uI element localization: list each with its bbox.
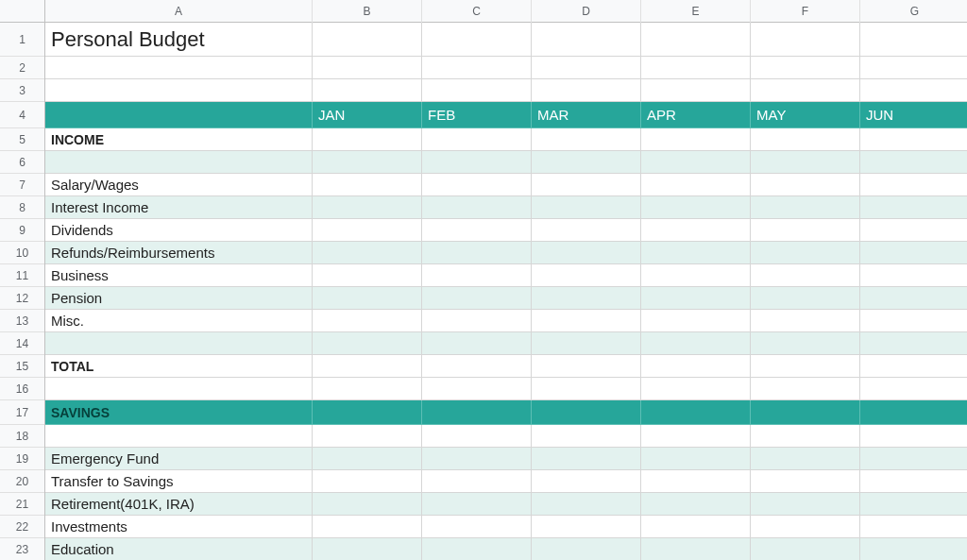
- column-header-G[interactable]: G: [860, 0, 967, 23]
- cell-D19[interactable]: [532, 448, 641, 470]
- cell-G21[interactable]: [860, 493, 967, 516]
- cell-D21[interactable]: [532, 493, 641, 516]
- cell-G3[interactable]: [860, 79, 967, 102]
- cell-B3[interactable]: [313, 79, 422, 102]
- cell-B4[interactable]: JAN: [313, 102, 422, 128]
- cell-F11[interactable]: [751, 264, 860, 287]
- cell-F8[interactable]: [751, 196, 860, 219]
- cell-F20[interactable]: [751, 470, 860, 493]
- cell-D9[interactable]: [532, 219, 641, 242]
- cell-E18[interactable]: [641, 425, 751, 448]
- cell-grid[interactable]: Personal BudgetJANFEBMARAPRMAYJUNINCOMES…: [45, 23, 967, 560]
- cell-F21[interactable]: [751, 493, 860, 516]
- cell-A12[interactable]: Pension: [45, 287, 313, 310]
- cell-F13[interactable]: [751, 310, 860, 332]
- cell-F12[interactable]: [751, 287, 860, 310]
- cell-D7[interactable]: [532, 174, 641, 196]
- cell-E15[interactable]: [641, 355, 751, 378]
- cell-A11[interactable]: Business: [45, 264, 313, 287]
- row-header-23[interactable]: 23: [0, 538, 44, 560]
- cell-C6[interactable]: [422, 151, 532, 174]
- column-header-D[interactable]: D: [532, 0, 641, 23]
- cell-C1[interactable]: [422, 23, 532, 57]
- cell-A5[interactable]: INCOME: [45, 128, 313, 151]
- cell-B12[interactable]: [313, 287, 422, 310]
- cell-F14[interactable]: [751, 332, 860, 355]
- cell-D22[interactable]: [532, 516, 641, 538]
- cell-E16[interactable]: [641, 378, 751, 400]
- cell-A14[interactable]: [45, 332, 313, 355]
- cell-A6[interactable]: [45, 151, 313, 174]
- row-header-5[interactable]: 5: [0, 128, 44, 151]
- cell-A7[interactable]: Salary/Wages: [45, 174, 313, 196]
- cell-F23[interactable]: [751, 538, 860, 560]
- cell-B17[interactable]: [313, 400, 422, 425]
- cell-G6[interactable]: [860, 151, 967, 174]
- cell-C19[interactable]: [422, 448, 532, 470]
- row-header-13[interactable]: 13: [0, 310, 44, 332]
- row-header-20[interactable]: 20: [0, 470, 44, 493]
- cell-D5[interactable]: [532, 128, 641, 151]
- cell-D4[interactable]: MAR: [532, 102, 641, 128]
- cell-F4[interactable]: MAY: [751, 102, 860, 128]
- cell-D16[interactable]: [532, 378, 641, 400]
- cell-G1[interactable]: [860, 23, 967, 57]
- cell-E23[interactable]: [641, 538, 751, 560]
- cell-C5[interactable]: [422, 128, 532, 151]
- cell-F22[interactable]: [751, 516, 860, 538]
- cell-B5[interactable]: [313, 128, 422, 151]
- row-header-7[interactable]: 7: [0, 174, 44, 196]
- cell-C16[interactable]: [422, 378, 532, 400]
- cell-F15[interactable]: [751, 355, 860, 378]
- cell-E17[interactable]: [641, 400, 751, 425]
- cell-F5[interactable]: [751, 128, 860, 151]
- cell-C14[interactable]: [422, 332, 532, 355]
- row-header-22[interactable]: 22: [0, 516, 44, 538]
- cell-A16[interactable]: [45, 378, 313, 400]
- cell-E7[interactable]: [641, 174, 751, 196]
- cell-A18[interactable]: [45, 425, 313, 448]
- cell-E13[interactable]: [641, 310, 751, 332]
- row-header-11[interactable]: 11: [0, 264, 44, 287]
- cell-G16[interactable]: [860, 378, 967, 400]
- cell-D1[interactable]: [532, 23, 641, 57]
- column-header-F[interactable]: F: [751, 0, 860, 23]
- cell-F10[interactable]: [751, 242, 860, 264]
- cell-B23[interactable]: [313, 538, 422, 560]
- cell-B10[interactable]: [313, 242, 422, 264]
- cell-D8[interactable]: [532, 196, 641, 219]
- cell-C2[interactable]: [422, 57, 532, 79]
- cell-F1[interactable]: [751, 23, 860, 57]
- cell-D13[interactable]: [532, 310, 641, 332]
- cell-C4[interactable]: FEB: [422, 102, 532, 128]
- cell-B21[interactable]: [313, 493, 422, 516]
- cell-E8[interactable]: [641, 196, 751, 219]
- cell-D3[interactable]: [532, 79, 641, 102]
- cell-D15[interactable]: [532, 355, 641, 378]
- cell-G9[interactable]: [860, 219, 967, 242]
- cell-G2[interactable]: [860, 57, 967, 79]
- cell-G18[interactable]: [860, 425, 967, 448]
- cell-A17[interactable]: SAVINGS: [45, 400, 313, 425]
- cell-E11[interactable]: [641, 264, 751, 287]
- cell-G4[interactable]: JUN: [860, 102, 967, 128]
- column-header-B[interactable]: B: [313, 0, 422, 23]
- cell-A3[interactable]: [45, 79, 313, 102]
- row-header-1[interactable]: 1: [0, 23, 44, 57]
- cell-A10[interactable]: Refunds/Reimbursements: [45, 242, 313, 264]
- cell-A15[interactable]: TOTAL: [45, 355, 313, 378]
- row-header-10[interactable]: 10: [0, 242, 44, 264]
- cell-G15[interactable]: [860, 355, 967, 378]
- cell-E2[interactable]: [641, 57, 751, 79]
- cell-G7[interactable]: [860, 174, 967, 196]
- cell-F6[interactable]: [751, 151, 860, 174]
- cell-E10[interactable]: [641, 242, 751, 264]
- cell-E19[interactable]: [641, 448, 751, 470]
- cell-B2[interactable]: [313, 57, 422, 79]
- cell-F16[interactable]: [751, 378, 860, 400]
- cell-F2[interactable]: [751, 57, 860, 79]
- row-header-16[interactable]: 16: [0, 378, 44, 400]
- column-header-A[interactable]: A: [45, 0, 313, 23]
- cell-C8[interactable]: [422, 196, 532, 219]
- cell-E3[interactable]: [641, 79, 751, 102]
